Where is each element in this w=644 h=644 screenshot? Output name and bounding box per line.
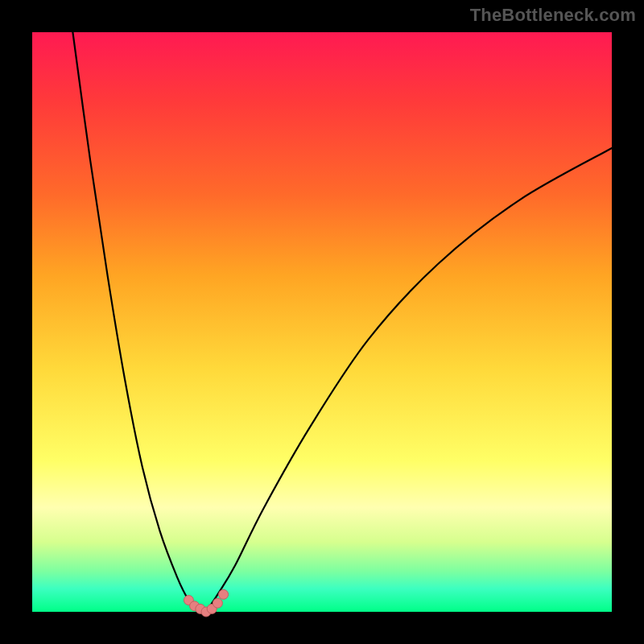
left-curve: [72, 32, 206, 612]
figure-frame: TheBottleneck.com: [0, 0, 644, 644]
bottleneck-markers: [184, 589, 228, 617]
marker-point: [213, 598, 222, 608]
attribution-text: TheBottleneck.com: [470, 5, 636, 26]
plot-area: [32, 32, 612, 612]
marker-point: [219, 589, 229, 599]
right-curve: [206, 148, 612, 612]
curve-canvas: [32, 32, 612, 612]
